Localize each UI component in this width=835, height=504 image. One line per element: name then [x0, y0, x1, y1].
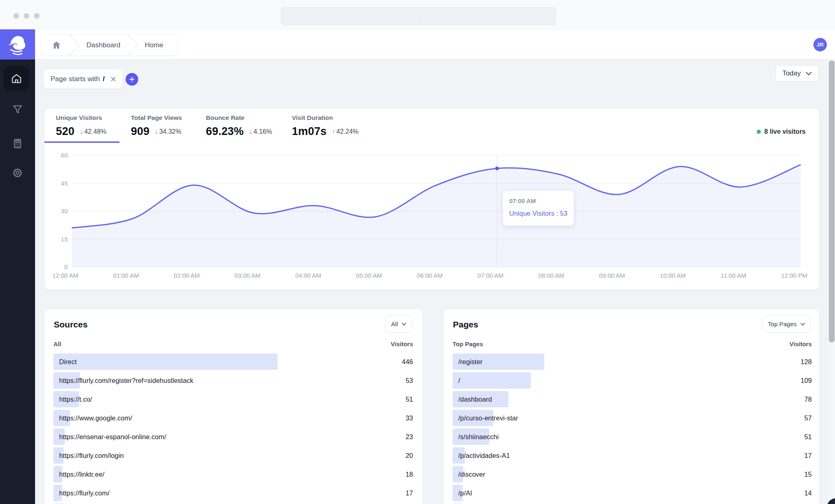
svg-text:15: 15 [61, 236, 68, 243]
avatar[interactable]: JR [813, 38, 827, 51]
svg-text:10:00 AM: 10:00 AM [660, 272, 685, 279]
breadcrumb: Dashboard Home [40, 34, 178, 56]
close-icon [110, 76, 116, 82]
sources-rows: Direct446https://flurly.com/register?ref… [53, 354, 413, 504]
sources-title: Sources [54, 320, 88, 329]
pages-rows: /register128/109/dashboard78/p/curso-ent… [453, 354, 812, 504]
list-row[interactable]: https://ensenar-espanol-online.com/23 [53, 429, 413, 445]
sources-dropdown[interactable]: All [385, 315, 412, 333]
list-row[interactable]: /p/actividades-A117 [453, 447, 812, 464]
header-bar: Dashboard Home JR [35, 29, 835, 60]
svg-text:30: 30 [61, 208, 68, 214]
add-filter-button[interactable] [126, 73, 138, 86]
window-dot-3[interactable] [34, 13, 40, 19]
row-label: https://www.google.com/ [59, 414, 132, 422]
browser-search-bar[interactable]: . [281, 7, 556, 25]
list-row[interactable]: /discover15 [453, 466, 812, 482]
row-label: https://flurly.com/register?ref=sidehust… [59, 377, 193, 385]
sources-col-label: All [53, 340, 61, 347]
list-row[interactable]: /p/AI14 [453, 485, 812, 501]
home-icon [11, 73, 22, 84]
visitors-line-chart[interactable]: 01530456012:00 AM01:00 AM02:00 AM03:00 A… [44, 108, 820, 290]
sidebar-item-settings[interactable] [0, 168, 35, 178]
row-value: 57 [804, 414, 812, 422]
list-row[interactable]: https://www.google.com/33 [53, 410, 413, 426]
svg-text:04:00 AM: 04:00 AM [295, 272, 321, 279]
breadcrumb-separator [127, 34, 138, 56]
chevron-down-icon [402, 323, 406, 326]
scrollbar[interactable] [828, 60, 835, 504]
row-value: 14 [804, 489, 812, 497]
chevron-down-icon [806, 72, 812, 75]
breadcrumb-item-home[interactable]: Home [138, 41, 170, 49]
date-range-label: Today [782, 69, 801, 77]
svg-text:11:00 AM: 11:00 AM [721, 272, 746, 279]
list-row[interactable]: https://flurly.com/login20 [53, 447, 413, 464]
main-content: Page starts with / Today Unique Visitors… [35, 60, 835, 504]
list-row[interactable]: /p/curso-entrevi-star57 [453, 410, 812, 426]
row-bar [53, 354, 278, 370]
sources-list-header: All Visitors [53, 340, 413, 347]
svg-text:12:00 AM: 12:00 AM [52, 272, 78, 279]
row-label: https://ensenar-espanol-online.com/ [59, 433, 166, 441]
sidebar-item-home[interactable] [4, 66, 29, 91]
sidebar [0, 29, 35, 504]
window-dot-2[interactable] [24, 13, 29, 19]
list-row[interactable]: /register128 [453, 354, 812, 370]
svg-text:60: 60 [61, 152, 68, 159]
pages-card: Pages Top Pages Top Pages Visitors /regi… [443, 309, 820, 504]
row-label: /s/shiinaecchi [458, 433, 499, 441]
breadcrumb-home[interactable] [40, 40, 68, 50]
tooltip-time: 07:00 AM [509, 197, 574, 204]
sidebar-item-billing[interactable] [0, 138, 35, 149]
sources-dropdown-label: All [391, 321, 398, 327]
svg-text:45: 45 [61, 180, 68, 187]
scrollbar-thumb[interactable] [829, 60, 835, 343]
browser-top-bar: . [0, 0, 835, 29]
row-label: /p/AI [458, 489, 472, 497]
list-row[interactable]: Direct446 [53, 354, 413, 370]
app-logo[interactable] [0, 29, 35, 60]
row-label: /p/actividades-A1 [458, 452, 510, 460]
list-row[interactable]: https://flurly.com/register?ref=sidehust… [53, 372, 413, 389]
row-label: /dashboard [458, 396, 492, 403]
calculator-icon [12, 138, 23, 149]
pages-dropdown-label: Top Pages [768, 321, 797, 327]
pages-col-label: Top Pages [453, 340, 483, 347]
list-row[interactable]: https://flurly.com/17 [53, 485, 413, 501]
pages-col-visitors: Visitors [789, 340, 812, 347]
filter-chip-value: / [103, 75, 105, 83]
pages-list-header: Top Pages Visitors [453, 340, 812, 347]
list-row[interactable]: /109 [453, 372, 812, 389]
row-label: / [458, 377, 460, 385]
analytics-card: Unique Visitors520↓42.48%Total Page View… [44, 108, 820, 290]
breadcrumb-separator [68, 34, 80, 56]
tooltip-value: Unique Visitors : 53 [509, 210, 574, 217]
svg-text:05:00 AM: 05:00 AM [356, 272, 382, 279]
sources-col-visitors: Visitors [391, 340, 413, 347]
svg-text:07:00 AM: 07:00 AM [477, 272, 503, 279]
list-row[interactable]: /dashboard78 [453, 391, 812, 407]
list-row[interactable]: https://linktr.ee/18 [53, 466, 413, 482]
row-value: 17 [406, 489, 413, 497]
breadcrumb-item-dashboard[interactable]: Dashboard [80, 41, 127, 49]
row-label: /discover [458, 471, 485, 478]
filter-chip[interactable]: Page starts with / [44, 69, 123, 88]
window-dot-1[interactable] [13, 13, 19, 19]
pages-dropdown[interactable]: Top Pages [762, 315, 811, 333]
sources-card: Sources All All Visitors Direct446https:… [44, 309, 423, 504]
filter-chip-label: Page starts with [51, 75, 100, 83]
row-label: https://flurly.com/ [59, 489, 109, 497]
sidebar-item-filters[interactable] [0, 104, 35, 115]
chevron-down-icon [800, 323, 805, 326]
svg-text:0: 0 [64, 263, 68, 270]
svg-text:01:00 AM: 01:00 AM [113, 272, 139, 279]
date-range-button[interactable]: Today [775, 65, 819, 82]
svg-text:12:00 PM: 12:00 PM [781, 272, 807, 279]
list-row[interactable]: /s/shiinaecchi51 [453, 429, 812, 445]
row-value: 33 [406, 414, 413, 422]
row-label: /p/curso-entrevi-star [458, 414, 518, 422]
row-value: 18 [406, 471, 413, 478]
filter-chip-remove[interactable] [110, 76, 116, 82]
list-row[interactable]: https://t.co/51 [53, 391, 413, 407]
